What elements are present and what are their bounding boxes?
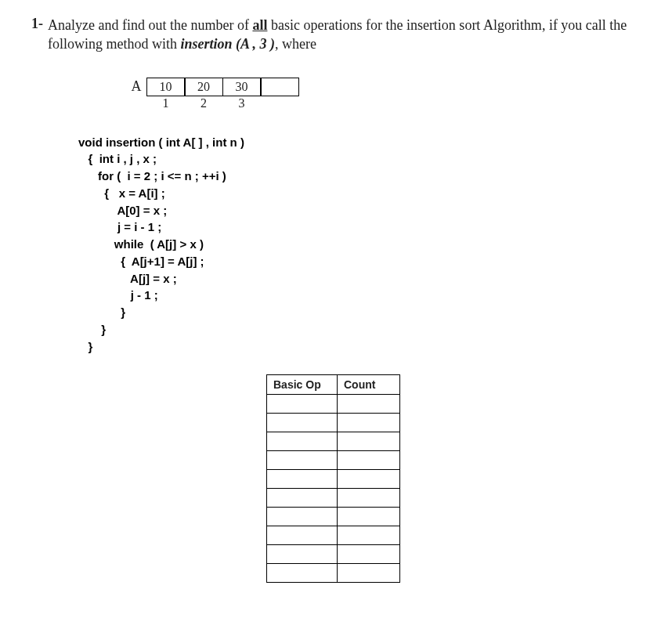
cell-basic-op xyxy=(267,526,338,545)
code-line: for ( i = 2 ; i <= n ; ++i ) xyxy=(78,169,226,182)
array-diagram: A 10 20 30 1 2 3 xyxy=(125,78,641,110)
code-line: A[j] = x ; xyxy=(78,272,177,285)
cell-basic-op xyxy=(267,451,338,470)
array-index-row: 1 2 3 xyxy=(125,96,641,110)
question-text: Analyze and find out the number of all b… xyxy=(48,16,641,54)
basic-op-table-wrap: Basic Op Count xyxy=(266,374,641,583)
code-listing: void insertion ( int A[ ] , int n ) { in… xyxy=(78,134,641,356)
array-index: 2 xyxy=(184,96,223,110)
cell-count xyxy=(338,414,400,432)
table-row xyxy=(267,414,400,432)
code-line: j = i - 1 ; xyxy=(78,220,161,233)
cell-count xyxy=(338,489,400,508)
table-row xyxy=(267,470,400,489)
code-line: { A[j+1] = A[j] ; xyxy=(78,255,204,268)
cell-count xyxy=(338,470,400,489)
cell-basic-op xyxy=(267,489,338,508)
cell-basic-op xyxy=(267,545,338,564)
array-cell xyxy=(260,78,299,96)
header-count: Count xyxy=(338,375,400,395)
array-cell: 20 xyxy=(184,78,223,96)
header-basic-op: Basic Op xyxy=(267,375,338,395)
question-prefix: Analyze and find out the number of xyxy=(48,17,252,33)
cell-basic-op xyxy=(267,395,338,414)
cell-basic-op xyxy=(267,432,338,451)
cell-count xyxy=(338,395,400,414)
code-line: A[0] = x ; xyxy=(78,204,167,217)
basic-op-table: Basic Op Count xyxy=(266,374,400,583)
question-number: 1- xyxy=(31,16,43,32)
table-row xyxy=(267,432,400,451)
array-cell: 30 xyxy=(222,78,262,96)
array-index: 3 xyxy=(222,96,262,110)
table-row xyxy=(267,564,400,583)
code-line: } xyxy=(78,305,125,319)
array-index: 1 xyxy=(146,96,186,110)
code-line: { int i , j , x ; xyxy=(78,152,157,165)
method-call: insertion (A , 3 ) xyxy=(181,36,276,52)
table-row xyxy=(267,395,400,414)
array-cells-row: A 10 20 30 xyxy=(125,78,641,96)
cell-basic-op xyxy=(267,508,338,526)
cell-count xyxy=(338,526,400,545)
code-line: void insertion ( int A[ ] , int n ) xyxy=(78,136,244,149)
table-row xyxy=(267,545,400,564)
cell-count xyxy=(338,508,400,526)
array-label: A xyxy=(125,78,147,95)
question: 1- Analyze and find out the number of al… xyxy=(31,16,641,54)
code-line: while ( A[j] > x ) xyxy=(78,237,204,251)
table-row xyxy=(267,508,400,526)
code-line: } xyxy=(78,323,106,336)
cell-count xyxy=(338,451,400,470)
cell-count xyxy=(338,432,400,451)
table-row xyxy=(267,489,400,508)
code-line: } xyxy=(78,340,92,353)
table-row xyxy=(267,451,400,470)
table-row xyxy=(267,526,400,545)
all-word: all xyxy=(252,17,267,33)
array-cell: 10 xyxy=(146,78,186,96)
cell-basic-op xyxy=(267,564,338,583)
question-suffix: , where xyxy=(275,36,316,52)
cell-count xyxy=(338,564,400,583)
code-line: j - 1 ; xyxy=(78,288,158,302)
code-line: { x = A[i] ; xyxy=(78,186,165,200)
cell-count xyxy=(338,545,400,564)
cell-basic-op xyxy=(267,470,338,489)
cell-basic-op xyxy=(267,414,338,432)
